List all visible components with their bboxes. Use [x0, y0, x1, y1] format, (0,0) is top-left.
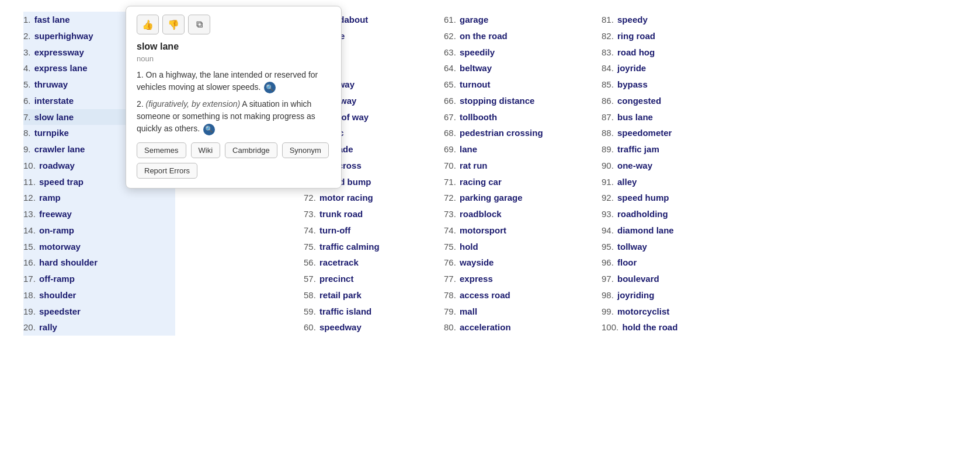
- item-num: 13.: [23, 209, 36, 219]
- item-num: 19.: [23, 306, 36, 316]
- thumbdown-button[interactable]: 👎: [162, 15, 185, 34]
- list-item[interactable]: 69. lane: [444, 141, 590, 158]
- list-item[interactable]: 20. rally: [23, 319, 164, 336]
- list-item[interactable]: 71. racing car: [444, 174, 590, 190]
- list-item[interactable]: 15. motorway: [23, 239, 164, 255]
- list-item[interactable]: 17. off-ramp: [23, 271, 164, 287]
- list-item[interactable]: 78. access road: [444, 287, 590, 303]
- item-num: 15.: [23, 242, 36, 252]
- thumbup-button[interactable]: 👍: [137, 15, 159, 34]
- list-item[interactable]: 14. on-ramp: [23, 222, 164, 239]
- item-word: floor: [617, 257, 637, 267]
- item-word: bus lane: [617, 112, 653, 122]
- item-num: 73.: [444, 209, 456, 219]
- list-item[interactable]: 74. turn-off: [304, 222, 432, 239]
- item-word: congested: [617, 96, 661, 106]
- list-item[interactable]: 80. acceleration: [444, 319, 590, 336]
- list-item[interactable]: 67. tollbooth: [444, 109, 590, 125]
- item-num: 79.: [444, 306, 456, 316]
- list-item[interactable]: 76. wayside: [444, 254, 590, 271]
- list-item[interactable]: 77. express: [444, 271, 590, 287]
- item-num: 16.: [23, 257, 36, 267]
- list-item[interactable]: 61. garage: [444, 12, 590, 28]
- list-item[interactable]: 65. turnout: [444, 76, 590, 93]
- list-item[interactable]: 91. alley: [602, 174, 742, 190]
- synonym-button[interactable]: Synonym: [282, 142, 329, 158]
- item-num: 81.: [602, 15, 614, 25]
- item-word: motorway: [39, 242, 81, 252]
- list-item[interactable]: 63. speedily: [444, 44, 590, 61]
- list-item[interactable]: 89. traffic jam: [602, 141, 742, 158]
- list-item[interactable]: 82. ring road: [602, 28, 742, 44]
- list-item[interactable]: 72. motor racing: [304, 190, 432, 206]
- list-item[interactable]: 75. hold: [444, 239, 590, 255]
- def1-text: 1. On a highway, the lane intended or re…: [137, 70, 318, 92]
- item-word: slow lane: [34, 112, 74, 122]
- list-item[interactable]: 100. hold the road: [602, 319, 742, 336]
- list-item[interactable]: 85. bypass: [602, 76, 742, 93]
- list-item[interactable]: 59. traffic island: [304, 303, 432, 320]
- list-item[interactable]: 64. beltway: [444, 60, 590, 76]
- list-item[interactable]: 56. racetrack: [304, 254, 432, 271]
- list-item[interactable]: 75. traffic calming: [304, 239, 432, 255]
- list-item[interactable]: 94. diamond lane: [602, 222, 742, 239]
- wiki-button[interactable]: Wiki: [191, 142, 221, 158]
- item-num: 92.: [602, 193, 614, 203]
- list-item[interactable]: 81. speedy: [602, 12, 742, 28]
- definition-popup: 👍 👎 ⧉ slow lane noun 1. On a highway, th…: [126, 6, 342, 189]
- cambridge-button[interactable]: Cambridge: [225, 142, 277, 158]
- item-word: traffic jam: [617, 144, 659, 154]
- item-word: wayside: [460, 257, 494, 267]
- search-circle-1[interactable]: 🔍: [264, 82, 276, 93]
- copy-button[interactable]: ⧉: [188, 15, 210, 34]
- list-item[interactable]: 93. roadholding: [602, 206, 742, 222]
- list-item[interactable]: 73. trunk road: [304, 206, 432, 222]
- list-item[interactable]: 88. speedometer: [602, 125, 742, 141]
- list-item[interactable]: 79. mall: [444, 303, 590, 320]
- list-item[interactable]: 98. joyriding: [602, 287, 742, 303]
- search-circle-2[interactable]: 🔍: [203, 124, 215, 135]
- list-item[interactable]: 95. tollway: [602, 239, 742, 255]
- list-item[interactable]: 68. pedestrian crossing: [444, 125, 590, 141]
- list-item[interactable]: 60. speedway: [304, 319, 432, 336]
- item-num: 88.: [602, 128, 614, 138]
- item-word: speedometer: [617, 128, 672, 138]
- list-item[interactable]: 96. floor: [602, 254, 742, 271]
- list-item[interactable]: 18. shoulder: [23, 287, 164, 303]
- list-item[interactable]: 58. retail park: [304, 287, 432, 303]
- item-word: hold: [460, 242, 478, 252]
- item-num: 74.: [304, 225, 316, 235]
- list-item[interactable]: 12. ramp: [23, 190, 164, 206]
- item-num: 11.: [23, 177, 36, 187]
- list-item[interactable]: 72. parking garage: [444, 190, 590, 206]
- list-item[interactable]: 86. congested: [602, 93, 742, 109]
- list-item[interactable]: 99. motorcyclist: [602, 303, 742, 320]
- list-item[interactable]: 74. motorsport: [444, 222, 590, 239]
- item-num: 58.: [304, 290, 316, 300]
- report-errors-button[interactable]: Report Errors: [137, 163, 197, 179]
- list-item[interactable]: 62. on the road: [444, 28, 590, 44]
- list-item[interactable]: 87. bus lane: [602, 109, 742, 125]
- list-item[interactable]: 13. freeway: [23, 206, 164, 222]
- list-item[interactable]: 57. precinct: [304, 271, 432, 287]
- list-item[interactable]: 84. joyride: [602, 60, 742, 76]
- item-word: joyride: [617, 63, 646, 73]
- item-word: superhighway: [34, 31, 93, 41]
- list-item[interactable]: 19. speedster: [23, 303, 164, 320]
- item-num: 82.: [602, 31, 614, 41]
- list-item[interactable]: 92. speed hump: [602, 190, 742, 206]
- list-item[interactable]: 90. one-way: [602, 158, 742, 174]
- list-item[interactable]: 73. roadblock: [444, 206, 590, 222]
- item-word: precinct: [319, 274, 353, 284]
- item-word: speedster: [39, 306, 81, 316]
- list-item[interactable]: 66. stopping distance: [444, 93, 590, 109]
- list-item[interactable]: 83. road hog: [602, 44, 742, 61]
- list-item[interactable]: 16. hard shoulder: [23, 254, 164, 271]
- list-item[interactable]: 70. rat run: [444, 158, 590, 174]
- sememes-button[interactable]: Sememes: [137, 142, 186, 158]
- item-num: 10.: [23, 161, 36, 170]
- list-item[interactable]: 97. boulevard: [602, 271, 742, 287]
- item-num: 56.: [304, 257, 316, 267]
- item-word: parking garage: [460, 193, 523, 203]
- item-num: 7.: [23, 112, 31, 122]
